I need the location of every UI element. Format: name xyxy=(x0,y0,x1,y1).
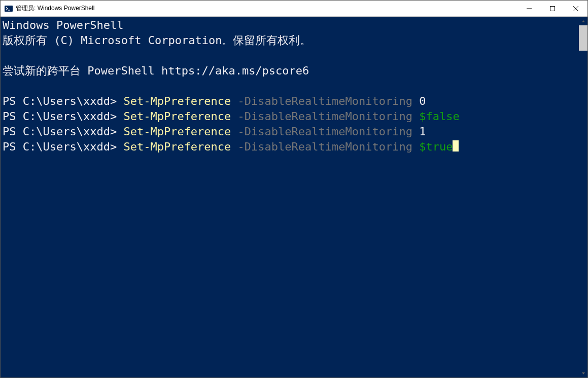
cmdlet-text: Set-MpPreference xyxy=(123,95,231,107)
param-text: -DisableRealtimeMonitoring xyxy=(231,110,419,123)
scroll-down-button[interactable] xyxy=(579,369,587,377)
window-title: 管理员: Windows PowerShell xyxy=(16,4,94,13)
maximize-button[interactable] xyxy=(541,1,564,16)
scroll-up-button[interactable] xyxy=(579,17,587,25)
window-controls xyxy=(517,1,587,16)
param-text: -DisableRealtimeMonitoring xyxy=(231,125,419,138)
command-line: PS C:\Users\xxdd> Set-MpPreference -Disa… xyxy=(3,94,579,109)
command-line: PS C:\Users\xxdd> Set-MpPreference -Disa… xyxy=(3,139,579,155)
value-text: $true xyxy=(419,140,453,153)
prompt-text: PS C:\Users\xxdd> xyxy=(3,125,123,138)
value-text: 1 xyxy=(419,125,426,138)
command-line: PS C:\Users\xxdd> Set-MpPreference -Disa… xyxy=(3,109,579,124)
blank-line xyxy=(3,79,579,94)
minimize-button[interactable] xyxy=(517,1,541,16)
prompt-text: PS C:\Users\xxdd> xyxy=(3,140,123,153)
cmdlet-text: Set-MpPreference xyxy=(123,110,231,123)
pscore-line: 尝试新的跨平台 PowerShell https://aka.ms/pscore… xyxy=(3,63,579,79)
terminal-cursor xyxy=(453,140,459,152)
svg-rect-0 xyxy=(5,6,13,12)
powershell-window: 管理员: Windows PowerShell Windows PowerShe… xyxy=(0,0,588,378)
close-button[interactable] xyxy=(564,1,587,16)
svg-rect-3 xyxy=(550,6,555,11)
vertical-scrollbar[interactable] xyxy=(579,17,587,377)
powershell-icon xyxy=(5,5,13,13)
prompt-text: PS C:\Users\xxdd> xyxy=(3,95,123,107)
window-titlebar[interactable]: 管理员: Windows PowerShell xyxy=(1,1,587,17)
header-line: Windows PowerShell xyxy=(3,18,579,33)
param-text: -DisableRealtimeMonitoring xyxy=(231,140,419,153)
prompt-text: PS C:\Users\xxdd> xyxy=(3,110,123,123)
terminal-output[interactable]: Windows PowerShell版权所有 (C) Microsoft Cor… xyxy=(1,17,579,377)
copyright-line: 版权所有 (C) Microsoft Corporation。保留所有权利。 xyxy=(3,33,579,48)
blank-line xyxy=(3,48,579,63)
titlebar-left: 管理员: Windows PowerShell xyxy=(1,4,517,13)
value-text: 0 xyxy=(419,95,426,107)
terminal-container: Windows PowerShell版权所有 (C) Microsoft Cor… xyxy=(1,17,587,377)
cmdlet-text: Set-MpPreference xyxy=(123,125,231,138)
param-text: -DisableRealtimeMonitoring xyxy=(231,95,419,107)
command-line: PS C:\Users\xxdd> Set-MpPreference -Disa… xyxy=(3,124,579,139)
cmdlet-text: Set-MpPreference xyxy=(123,140,231,153)
scroll-thumb[interactable] xyxy=(579,25,587,51)
value-text: $false xyxy=(419,110,459,123)
